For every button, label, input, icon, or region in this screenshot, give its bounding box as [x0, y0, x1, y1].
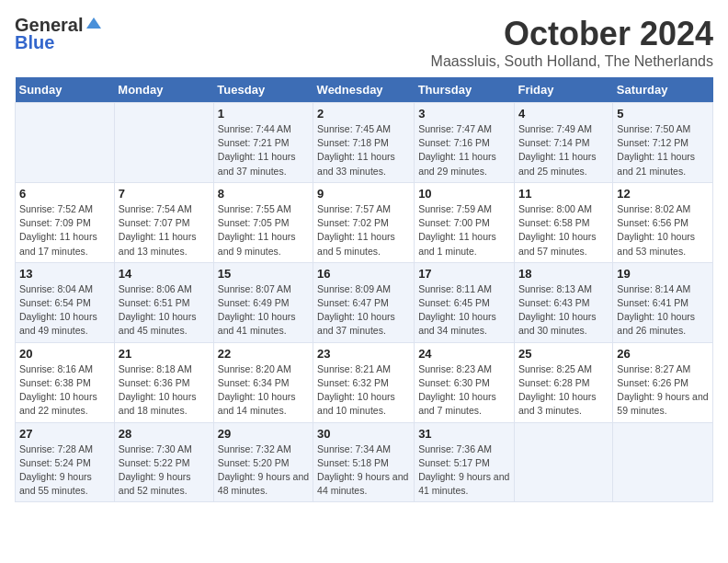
day-number: 5	[617, 107, 709, 121]
calendar-cell: 21Sunrise: 8:18 AM Sunset: 6:36 PM Dayli…	[114, 342, 213, 422]
day-number: 26	[617, 347, 709, 361]
day-number: 12	[617, 187, 709, 201]
weekday-header-wednesday: Wednesday	[313, 77, 415, 103]
day-info: Sunrise: 8:04 AM Sunset: 6:54 PM Dayligh…	[19, 282, 110, 339]
weekday-header-row: SundayMondayTuesdayWednesdayThursdayFrid…	[16, 77, 713, 103]
day-number: 25	[518, 347, 609, 361]
weekday-header-friday: Friday	[514, 77, 612, 103]
weekday-header-thursday: Thursday	[415, 77, 515, 103]
day-info: Sunrise: 7:54 AM Sunset: 7:07 PM Dayligh…	[119, 202, 210, 259]
calendar-cell: 10Sunrise: 7:59 AM Sunset: 7:00 PM Dayli…	[415, 182, 515, 262]
calendar-cell: 9Sunrise: 7:57 AM Sunset: 7:02 PM Daylig…	[313, 182, 415, 262]
calendar-cell	[613, 422, 713, 502]
day-number: 24	[418, 347, 510, 361]
day-number: 15	[218, 267, 309, 281]
day-number: 23	[317, 347, 410, 361]
calendar-cell: 8Sunrise: 7:55 AM Sunset: 7:05 PM Daylig…	[213, 182, 313, 262]
calendar-cell: 13Sunrise: 8:04 AM Sunset: 6:54 PM Dayli…	[16, 262, 115, 342]
calendar-cell: 4Sunrise: 7:49 AM Sunset: 7:14 PM Daylig…	[514, 103, 612, 183]
calendar-cell: 16Sunrise: 8:09 AM Sunset: 6:47 PM Dayli…	[313, 262, 415, 342]
calendar-cell: 24Sunrise: 8:23 AM Sunset: 6:30 PM Dayli…	[415, 342, 515, 422]
day-info: Sunrise: 7:49 AM Sunset: 7:14 PM Dayligh…	[518, 122, 609, 178]
calendar-cell: 12Sunrise: 8:02 AM Sunset: 6:56 PM Dayli…	[613, 182, 713, 262]
day-number: 18	[518, 267, 609, 281]
day-info: Sunrise: 8:25 AM Sunset: 6:28 PM Dayligh…	[518, 362, 609, 419]
calendar-cell	[16, 103, 115, 183]
calendar-cell: 11Sunrise: 8:00 AM Sunset: 6:58 PM Dayli…	[514, 182, 612, 262]
day-info: Sunrise: 7:30 AM Sunset: 5:22 PM Dayligh…	[119, 442, 210, 499]
day-info: Sunrise: 8:09 AM Sunset: 6:47 PM Dayligh…	[317, 282, 410, 339]
day-info: Sunrise: 8:14 AM Sunset: 6:41 PM Dayligh…	[617, 282, 709, 339]
day-number: 31	[418, 427, 510, 441]
calendar-cell: 31Sunrise: 7:36 AM Sunset: 5:17 PM Dayli…	[415, 422, 515, 502]
svg-marker-0	[86, 17, 101, 29]
month-title: October 2024	[431, 15, 713, 53]
day-info: Sunrise: 8:00 AM Sunset: 6:58 PM Dayligh…	[518, 202, 609, 259]
calendar-cell	[514, 422, 612, 502]
logo-icon	[85, 16, 103, 34]
weekday-header-sunday: Sunday	[16, 77, 115, 103]
day-number: 9	[317, 187, 410, 201]
day-info: Sunrise: 7:44 AM Sunset: 7:21 PM Dayligh…	[218, 122, 309, 178]
calendar-cell: 28Sunrise: 7:30 AM Sunset: 5:22 PM Dayli…	[114, 422, 213, 502]
week-row-3: 13Sunrise: 8:04 AM Sunset: 6:54 PM Dayli…	[16, 262, 713, 342]
calendar-table: SundayMondayTuesdayWednesdayThursdayFrid…	[15, 77, 713, 502]
day-info: Sunrise: 7:57 AM Sunset: 7:02 PM Dayligh…	[317, 202, 410, 259]
day-info: Sunrise: 8:23 AM Sunset: 6:30 PM Dayligh…	[418, 362, 510, 419]
day-number: 10	[418, 187, 510, 201]
calendar-cell: 19Sunrise: 8:14 AM Sunset: 6:41 PM Dayli…	[613, 262, 713, 342]
day-info: Sunrise: 7:47 AM Sunset: 7:16 PM Dayligh…	[418, 122, 510, 178]
day-number: 8	[218, 187, 309, 201]
calendar-cell: 5Sunrise: 7:50 AM Sunset: 7:12 PM Daylig…	[613, 103, 713, 183]
day-number: 6	[19, 187, 110, 201]
calendar-cell: 29Sunrise: 7:32 AM Sunset: 5:20 PM Dayli…	[213, 422, 313, 502]
day-info: Sunrise: 7:34 AM Sunset: 5:18 PM Dayligh…	[317, 442, 410, 499]
day-number: 11	[518, 187, 609, 201]
day-number: 13	[19, 267, 110, 281]
calendar-cell: 2Sunrise: 7:45 AM Sunset: 7:18 PM Daylig…	[313, 103, 415, 183]
day-info: Sunrise: 7:55 AM Sunset: 7:05 PM Dayligh…	[218, 202, 309, 259]
weekday-header-saturday: Saturday	[613, 77, 713, 103]
day-info: Sunrise: 7:28 AM Sunset: 5:24 PM Dayligh…	[19, 442, 110, 499]
week-row-5: 27Sunrise: 7:28 AM Sunset: 5:24 PM Dayli…	[16, 422, 713, 502]
day-info: Sunrise: 8:13 AM Sunset: 6:43 PM Dayligh…	[518, 282, 609, 339]
day-number: 30	[317, 427, 410, 441]
logo-blue-text: Blue	[15, 32, 54, 53]
day-number: 27	[19, 427, 110, 441]
calendar-cell: 25Sunrise: 8:25 AM Sunset: 6:28 PM Dayli…	[514, 342, 612, 422]
day-info: Sunrise: 8:20 AM Sunset: 6:34 PM Dayligh…	[218, 362, 309, 419]
day-number: 29	[218, 427, 309, 441]
day-info: Sunrise: 8:06 AM Sunset: 6:51 PM Dayligh…	[119, 282, 210, 339]
weekday-header-tuesday: Tuesday	[213, 77, 313, 103]
calendar-cell: 18Sunrise: 8:13 AM Sunset: 6:43 PM Dayli…	[514, 262, 612, 342]
day-info: Sunrise: 8:18 AM Sunset: 6:36 PM Dayligh…	[119, 362, 210, 419]
day-number: 28	[119, 427, 210, 441]
day-number: 17	[418, 267, 510, 281]
day-number: 16	[317, 267, 410, 281]
calendar-cell: 26Sunrise: 8:27 AM Sunset: 6:26 PM Dayli…	[613, 342, 713, 422]
calendar-cell: 1Sunrise: 7:44 AM Sunset: 7:21 PM Daylig…	[213, 103, 313, 183]
day-info: Sunrise: 8:27 AM Sunset: 6:26 PM Dayligh…	[617, 362, 709, 419]
day-info: Sunrise: 8:02 AM Sunset: 6:56 PM Dayligh…	[617, 202, 709, 259]
day-number: 3	[418, 107, 510, 121]
day-number: 7	[119, 187, 210, 201]
location-title: Maassluis, South Holland, The Netherland…	[431, 53, 713, 70]
day-number: 4	[518, 107, 609, 121]
day-info: Sunrise: 7:52 AM Sunset: 7:09 PM Dayligh…	[19, 202, 110, 259]
calendar-cell: 14Sunrise: 8:06 AM Sunset: 6:51 PM Dayli…	[114, 262, 213, 342]
day-info: Sunrise: 7:59 AM Sunset: 7:00 PM Dayligh…	[418, 202, 510, 259]
day-number: 22	[218, 347, 309, 361]
day-number: 19	[617, 267, 709, 281]
week-row-2: 6Sunrise: 7:52 AM Sunset: 7:09 PM Daylig…	[16, 182, 713, 262]
day-number: 1	[218, 107, 309, 121]
calendar-cell: 27Sunrise: 7:28 AM Sunset: 5:24 PM Dayli…	[16, 422, 115, 502]
title-section: October 2024 Maassluis, South Holland, T…	[431, 15, 713, 70]
calendar-cell: 23Sunrise: 8:21 AM Sunset: 6:32 PM Dayli…	[313, 342, 415, 422]
day-info: Sunrise: 7:45 AM Sunset: 7:18 PM Dayligh…	[317, 122, 410, 178]
week-row-1: 1Sunrise: 7:44 AM Sunset: 7:21 PM Daylig…	[16, 103, 713, 183]
calendar-cell: 6Sunrise: 7:52 AM Sunset: 7:09 PM Daylig…	[16, 182, 115, 262]
day-info: Sunrise: 7:32 AM Sunset: 5:20 PM Dayligh…	[218, 442, 309, 499]
day-info: Sunrise: 8:07 AM Sunset: 6:49 PM Dayligh…	[218, 282, 309, 339]
day-number: 20	[19, 347, 110, 361]
page-header: General Blue October 2024 Maassluis, Sou…	[15, 15, 713, 70]
